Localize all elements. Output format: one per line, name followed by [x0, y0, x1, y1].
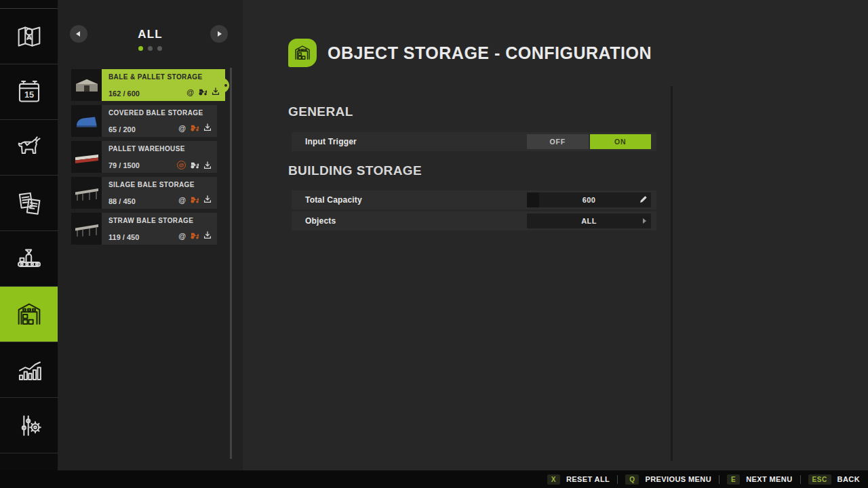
at-sign-circle-icon: @ [177, 161, 186, 169]
sidebar-item-calendar[interactable]: 15 [0, 64, 58, 120]
objects-row: Objects ALL [292, 211, 656, 230]
hint-label: RESET ALL [566, 475, 610, 483]
at-sign-icon: @ [186, 88, 194, 96]
objects-label: Objects [305, 216, 336, 226]
building-thumbnail [71, 213, 102, 245]
building-capability-icons: @ [178, 193, 212, 205]
storage-list-item[interactable]: PALLET WAREHOUSE 79 / 1500 @ [71, 141, 217, 173]
key-hint-next-menu[interactable]: E NEXT MENU [727, 474, 793, 485]
tractor-icon [190, 232, 199, 239]
fill-level: 162 / 600 [108, 89, 140, 98]
pager-dot-1[interactable] [148, 46, 153, 51]
thumbnail-image [73, 147, 100, 167]
statistics-icon [14, 354, 45, 386]
settings-icon [14, 410, 45, 441]
building-name: STRAW BALE STORAGE [108, 217, 212, 224]
building-thumbnail [71, 177, 102, 209]
total-capacity-label: Total Capacity [305, 195, 362, 205]
building-capability-icons: @ [178, 121, 212, 134]
hint-label: BACK [837, 475, 860, 483]
list-scrollbar[interactable] [230, 68, 232, 459]
map-icon [14, 21, 45, 52]
config-scrollbar[interactable] [671, 86, 673, 461]
pager-dot-2[interactable] [157, 46, 162, 51]
building-thumbnail [71, 69, 102, 101]
at-sign-icon: @ [178, 196, 186, 204]
sidebar-item-map[interactable] [0, 9, 58, 64]
pager-dot-0[interactable] [138, 46, 143, 51]
building-thumbnail [71, 141, 102, 173]
thumbnail-image [73, 111, 100, 131]
main-menu-sidebar: 15 [0, 0, 58, 488]
category-prev-button[interactable] [70, 25, 87, 43]
key-hint-back[interactable]: ESC BACK [808, 474, 860, 485]
sidebar-item-contracts[interactable] [0, 176, 58, 231]
page-title: OBJECT STORAGE - CONFIGURATION [328, 43, 652, 63]
building-name: PALLET WAREHOUSE [108, 145, 212, 152]
building-name: BALE & PALLET STORAGE [108, 73, 220, 81]
arrow-right-icon [218, 31, 222, 37]
animals-cow-icon [14, 132, 45, 163]
hint-divider [719, 475, 719, 484]
hint-label: PREVIOUS MENU [645, 475, 711, 483]
thumbnail-image [73, 75, 100, 96]
thumbnail-image [73, 183, 100, 203]
at-sign-icon: @ [178, 232, 186, 240]
configuration-pane: OBJECT STORAGE - CONFIGURATION GENERAL I… [243, 0, 868, 470]
building-capability-icons: @ [178, 229, 212, 241]
unload-download-icon [212, 87, 220, 96]
chevron-right-icon [643, 218, 646, 224]
input-trigger-row: Input Trigger OFF ON [292, 132, 656, 151]
tractor-icon [198, 88, 208, 96]
toggle-off-button[interactable]: OFF [527, 134, 589, 149]
keycap: Q [625, 474, 639, 485]
section-general-title: GENERAL [288, 104, 353, 119]
fill-level: 119 / 450 [108, 233, 139, 241]
storage-warehouse-icon [14, 299, 45, 330]
tractor-icon [190, 161, 199, 169]
category-next-button[interactable] [210, 25, 228, 43]
building-thumbnail [71, 105, 102, 137]
fill-level: 65 / 200 [108, 125, 136, 134]
objects-select[interactable]: ALL [527, 214, 651, 228]
sidebar-item-statistics[interactable] [0, 342, 58, 398]
building-list-panel: ALL BALE & PALLET STORAGE 162 / 600 @ CO… [58, 0, 243, 470]
sidebar-item-production[interactable] [0, 231, 58, 287]
sidebar-item-settings[interactable] [0, 398, 58, 453]
key-hint-bar: X RESET ALLQ PREVIOUS MENUE NEXT MENUESC… [0, 470, 868, 488]
storage-list-item[interactable]: COVERED BALE STORAGE 65 / 200 @ [71, 105, 217, 137]
storage-icon [288, 39, 317, 67]
unload-download-icon [203, 195, 212, 203]
page-header: OBJECT STORAGE - CONFIGURATION [288, 39, 652, 67]
input-left-block [527, 192, 539, 207]
building-capability-icons: @ [177, 161, 212, 169]
calendar-icon: 15 [14, 77, 45, 108]
building-name: SILAGE BALE STORAGE [108, 181, 212, 188]
hint-label: NEXT MENU [746, 475, 792, 483]
storage-list-item[interactable]: BALE & PALLET STORAGE 162 / 600 @ [71, 69, 217, 101]
storage-list-item[interactable]: SILAGE BALE STORAGE 88 / 450 @ [71, 177, 217, 209]
production-icon [14, 243, 45, 274]
hint-divider [800, 475, 801, 484]
sidebar-item-storage[interactable] [0, 287, 58, 342]
edit-pencil-icon[interactable] [639, 195, 648, 204]
section-building-title: BUILDING STORAGE [288, 163, 422, 178]
category-pager-dots [58, 46, 243, 51]
key-hint-reset-all[interactable]: X RESET ALL [547, 474, 610, 485]
storage-list-item[interactable]: STRAW BALE STORAGE 119 / 450 @ [71, 213, 217, 245]
at-sign-icon: @ [178, 124, 186, 132]
total-capacity-input[interactable]: 600 [527, 192, 651, 207]
sidebar-items: 15 [0, 8, 58, 453]
game-menu-screen: 15 ALL BALE & PALLET STO [0, 0, 868, 488]
key-hint-previous-menu[interactable]: Q PREVIOUS MENU [625, 474, 711, 485]
objects-value: ALL [581, 217, 597, 225]
category-title: ALL [92, 28, 209, 41]
storage-building-list: BALE & PALLET STORAGE 162 / 600 @ COVERE… [71, 69, 217, 249]
sidebar-item-animals[interactable] [0, 120, 58, 176]
unload-download-icon [203, 123, 212, 131]
keycap: E [727, 474, 740, 485]
thumbnail-image [73, 219, 100, 239]
keycap: ESC [808, 474, 831, 485]
toggle-on-button[interactable]: ON [590, 134, 652, 149]
input-trigger-toggle: OFF ON [527, 134, 651, 149]
